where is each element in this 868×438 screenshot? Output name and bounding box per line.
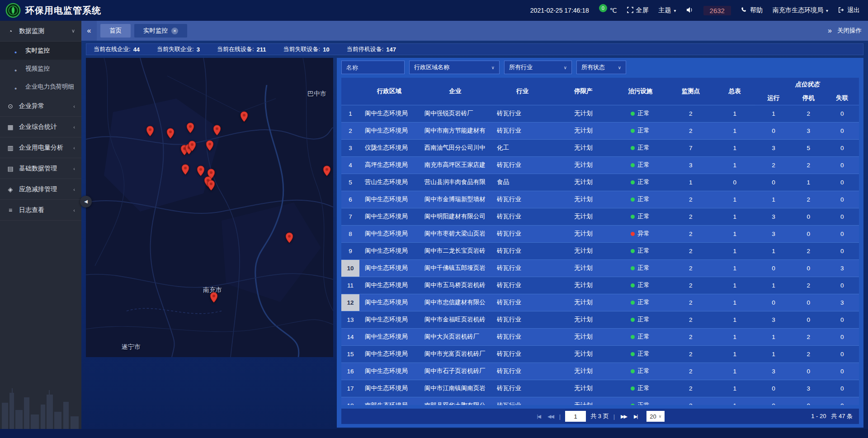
- region-cell: 阆中生态环境局: [359, 311, 419, 328]
- table-row[interactable]: 4高坪生态环境局南充市高坪区王家店建砖瓦行业无计划正常31220: [341, 156, 859, 174]
- tab-home[interactable]: 首页: [100, 24, 131, 38]
- facility-cell: 正常: [613, 242, 667, 259]
- page-size-select[interactable]: 20 ∨: [646, 411, 665, 422]
- table-row[interactable]: 1阆中生态环境局阆中强锐页岩砖厂砖瓦行业无计划正常21120: [341, 105, 859, 122]
- tab-scroll-right-button[interactable]: »: [828, 21, 832, 41]
- limit-cell: 无计划: [553, 277, 613, 294]
- close-icon[interactable]: ×: [171, 28, 178, 34]
- tab-scroll-left-button[interactable]: «: [81, 21, 97, 41]
- fullscreen-icon: [627, 7, 633, 14]
- chevron-down-icon: ▾: [674, 8, 676, 13]
- map-pin[interactable]: [210, 292, 218, 303]
- logout-button[interactable]: 退出: [838, 6, 860, 14]
- monitor-count-cell: 7: [667, 139, 714, 156]
- map-pin[interactable]: [188, 141, 196, 151]
- map[interactable]: 巴中市南充市遂宁市: [86, 58, 333, 357]
- table-row[interactable]: 18南部生态环境局南部县双华土陶有限公砖瓦行业无计划正常21000: [341, 397, 859, 405]
- table-row[interactable]: 3仪陇生态环境局西南油气田分公司川中化工无计划正常71350: [341, 139, 859, 156]
- next-page-button[interactable]: ▶▶: [619, 414, 628, 419]
- industry-filter-select[interactable]: 所有行业 ∨: [504, 61, 572, 74]
- company-cell: 阆中明阳建材有限公司: [419, 208, 491, 225]
- status-dot-icon: [631, 266, 635, 270]
- map-pin[interactable]: [197, 165, 205, 176]
- sidebar-group[interactable]: ▤基础数据管理‹: [0, 158, 81, 179]
- prev-page-button[interactable]: ◀◀: [546, 414, 555, 419]
- map-pin[interactable]: [206, 140, 214, 151]
- meter-count-cell: 1: [714, 156, 755, 174]
- status-dot-icon: [631, 112, 635, 116]
- table-row[interactable]: 7阆中生态环境局阆中明阳建材有限公司砖瓦行业无计划正常21300: [341, 208, 859, 225]
- table-row[interactable]: 15阆中生态环境局阆中市光富页岩机砖厂砖瓦行业无计划正常21120: [341, 345, 859, 363]
- map-pin[interactable]: [207, 180, 215, 191]
- map-collapse-button[interactable]: ◀: [80, 196, 92, 207]
- table-row[interactable]: 13阆中生态环境局阆中市金福旺页岩机砖砖瓦行业无计划正常21300: [341, 311, 859, 328]
- company-cell: 阆中市南方节能建材有: [419, 122, 491, 139]
- stop-count-cell: 2: [792, 277, 825, 294]
- name-filter-input[interactable]: [341, 61, 405, 74]
- log-icon: ≡: [6, 207, 14, 214]
- sidebar-item[interactable]: •企业电力负荷明细: [0, 78, 81, 96]
- facility-cell: 正常: [613, 363, 667, 380]
- table-row[interactable]: 17阆中生态环境局阆中市江南镇阆南页岩砖瓦行业无计划正常21030: [341, 380, 859, 397]
- lost-count-cell: 0: [826, 105, 859, 122]
- map-pin[interactable]: [240, 111, 248, 122]
- table-row[interactable]: 14阆中生态环境局阆中大兴页岩机砖厂砖瓦行业无计划正常21120: [341, 328, 859, 345]
- sidebar-group[interactable]: ⊙企业异常‹: [0, 96, 81, 117]
- stop-count-cell: 0: [792, 294, 825, 311]
- record-range-value: 1 - 20: [811, 413, 826, 419]
- tab-realtime-monitor[interactable]: 实时监控 ×: [134, 24, 187, 38]
- last-page-button[interactable]: ▶|: [632, 414, 638, 419]
- filter-bar: 行政区域名称 ∨ 所有行业 ∨ 所有状态 ∨: [341, 61, 859, 74]
- alert-icon: ⊙: [6, 103, 14, 110]
- sidebar-item[interactable]: •视频监控: [0, 60, 81, 78]
- page-number-input[interactable]: [565, 411, 586, 422]
- table-row[interactable]: 12阆中生态环境局阆中市忠信建材有限公砖瓦行业无计划正常21003: [341, 294, 859, 311]
- sidebar-item[interactable]: •实时监控: [0, 42, 81, 60]
- table-row[interactable]: 10阆中生态环境局阆中千佛镇五郎垭页岩砖瓦行业无计划正常21003: [341, 259, 859, 277]
- org-dropdown[interactable]: 南充市生态环境局 ▾: [773, 6, 828, 14]
- theme-dropdown[interactable]: 主题 ▾: [659, 6, 676, 14]
- map-pin[interactable]: [146, 126, 154, 137]
- table-row[interactable]: 5营山生态环境局营山县润丰肉食品有限食品无计划正常10010: [341, 174, 859, 191]
- monitor-count-cell: 2: [667, 328, 714, 345]
- limit-cell: 无计划: [553, 122, 613, 139]
- first-page-button[interactable]: |◀: [536, 414, 542, 419]
- sidebar-group[interactable]: ◈应急减排管理‹: [0, 179, 81, 200]
- table-row[interactable]: 6阆中生态环境局阆中市金博瑞新型墙材砖瓦行业无计划正常21120: [341, 191, 859, 208]
- industry-cell: 化工: [491, 139, 553, 156]
- status-filter-select[interactable]: 所有状态 ∨: [576, 61, 626, 74]
- meter-count-cell: 1: [714, 345, 755, 363]
- map-pin[interactable]: [186, 122, 194, 133]
- status-dot-icon: [631, 404, 635, 405]
- sidebar-group[interactable]: ▦企业综合统计‹: [0, 117, 81, 137]
- map-pin[interactable]: [166, 128, 175, 139]
- bullet-icon: •: [14, 49, 19, 53]
- table-row[interactable]: 8阆中生态环境局阆中市枣碧大梁山页岩砖瓦行业无计划异常21300: [341, 225, 859, 242]
- limit-cell: 无计划: [553, 139, 613, 156]
- chevron-icon: ‹: [73, 207, 75, 213]
- sidebar-group[interactable]: ◔数据监测∨: [0, 21, 81, 42]
- region-filter-select[interactable]: 行政区域名称 ∨: [409, 61, 500, 74]
- table-row[interactable]: 2阆中生态环境局阆中市南方节能建材有砖瓦行业无计划正常21030: [341, 122, 859, 139]
- map-pin[interactable]: [323, 165, 331, 176]
- status-dot-icon: [631, 163, 635, 167]
- map-pin[interactable]: [213, 125, 221, 136]
- map-pin[interactable]: [285, 232, 293, 243]
- table-row[interactable]: 9阆中生态环境局阆中市二龙长宝页岩砖砖瓦行业无计划正常21120: [341, 242, 859, 259]
- map-pin[interactable]: [181, 164, 189, 175]
- status-dot-icon: [631, 129, 635, 133]
- facility-cell: 正常: [613, 311, 667, 328]
- monitor-count-cell: 2: [667, 105, 714, 122]
- sidebar-group[interactable]: ≡日志查看‹: [0, 200, 81, 221]
- table-row[interactable]: 11阆中生态环境局阆中市五马桥页岩机砖砖瓦行业无计划正常21120: [341, 277, 859, 294]
- help-button[interactable]: 帮助: [741, 6, 763, 14]
- close-operations-button[interactable]: 关闭操作: [837, 27, 862, 35]
- sidebar-group[interactable]: ▥企业用电量分析‹: [0, 137, 81, 158]
- row-index-cell: 10: [341, 259, 359, 277]
- fullscreen-button[interactable]: 全屏: [627, 6, 649, 14]
- alarm-speaker-button[interactable]: [686, 7, 693, 14]
- table-row[interactable]: 16阆中生态环境局阆中市石子页岩机砖厂砖瓦行业无计划正常21300: [341, 363, 859, 380]
- stop-count-cell: 2: [792, 328, 825, 345]
- sidebar-group-label: 日志查看: [19, 206, 44, 214]
- lost-count-cell: 0: [826, 225, 859, 242]
